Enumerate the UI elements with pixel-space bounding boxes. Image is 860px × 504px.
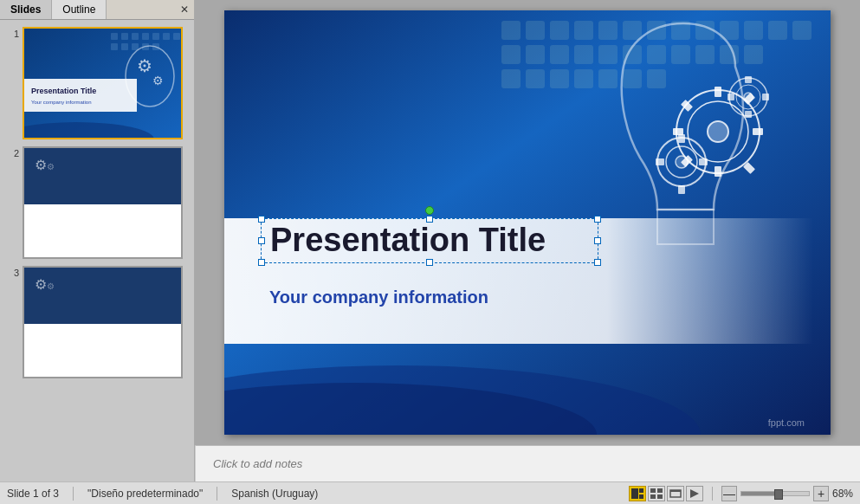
handle-ml[interactable]: [258, 237, 265, 244]
status-bar: Slide 1 of 3 "Diseño predeterminado" Spa…: [0, 481, 860, 504]
slide-thumb-container-1: 1: [3, 27, 191, 139]
svg-rect-92: [639, 494, 643, 499]
svg-text:⚙: ⚙: [35, 277, 47, 292]
svg-rect-4: [142, 33, 149, 40]
svg-text:Presentation Title: Presentation Title: [31, 87, 96, 95]
zoom-in-button[interactable]: +: [813, 486, 829, 501]
svg-rect-8: [111, 43, 118, 50]
svg-rect-94: [657, 488, 663, 493]
svg-point-66: [708, 121, 728, 142]
zoom-value: 68%: [832, 488, 853, 500]
svg-rect-32: [574, 21, 593, 40]
svg-rect-78: [678, 134, 685, 143]
svg-rect-2: [121, 33, 128, 40]
handle-tr[interactable]: [594, 216, 601, 223]
title-textbox[interactable]: Presentation Title: [261, 218, 598, 263]
rotation-handle[interactable]: [425, 206, 434, 215]
tab-outline[interactable]: Outline: [52, 0, 107, 19]
tab-slides[interactable]: Slides: [0, 0, 52, 19]
svg-rect-57: [598, 69, 618, 88]
status-divider-2: [217, 487, 217, 501]
slide-number-2: 2: [3, 146, 19, 158]
handle-br[interactable]: [594, 259, 601, 266]
svg-rect-59: [647, 69, 666, 88]
slides-panel: 1: [0, 20, 194, 481]
svg-rect-31: [550, 21, 569, 40]
svg-rect-69: [673, 128, 683, 135]
handle-bc[interactable]: [426, 259, 433, 266]
view-buttons: [629, 486, 703, 501]
zoom-out-button[interactable]: —: [721, 486, 737, 501]
svg-rect-88: [762, 94, 769, 100]
svg-rect-52: [744, 45, 763, 64]
svg-rect-80: [656, 158, 664, 165]
svg-point-84: [744, 93, 753, 101]
svg-rect-7: [173, 33, 180, 40]
slide-number-1: 1: [3, 27, 19, 39]
canvas-area: fppt.com: [195, 0, 860, 445]
svg-rect-5: [152, 33, 159, 40]
status-divider-zoom: [712, 487, 713, 501]
slide-thumb-container-3: 3 ⚙ ⚙: [3, 266, 191, 378]
sidebar: Slides Outline ✕ 1: [0, 0, 195, 481]
svg-rect-81: [699, 158, 708, 165]
main-area: Slides Outline ✕ 1: [0, 0, 860, 481]
svg-rect-1: [111, 33, 118, 40]
svg-rect-46: [598, 45, 618, 64]
slide-thumb-1[interactable]: ⚙ ⚙ Presentation Title Your company info…: [23, 27, 183, 139]
svg-rect-35: [647, 21, 666, 40]
svg-rect-58: [623, 69, 642, 88]
status-right: — + 68%: [629, 486, 853, 501]
handle-tc[interactable]: [426, 216, 433, 223]
svg-text:⚙: ⚙: [35, 158, 47, 172]
svg-rect-86: [745, 111, 752, 118]
sidebar-tabs: Slides Outline ✕: [0, 0, 194, 20]
svg-text:⚙: ⚙: [152, 74, 164, 87]
status-left: Slide 1 of 3 "Diseño predeterminado" Spa…: [7, 487, 318, 501]
svg-rect-87: [727, 94, 734, 100]
svg-rect-21: [24, 204, 183, 259]
svg-rect-3: [132, 33, 139, 40]
svg-rect-6: [163, 33, 170, 40]
slide-thumb-3[interactable]: ⚙ ⚙: [23, 266, 183, 378]
svg-rect-45: [574, 45, 593, 64]
zoom-controls: — + 68%: [721, 486, 853, 501]
svg-rect-93: [650, 488, 656, 493]
svg-rect-98: [670, 490, 681, 492]
sidebar-close-button[interactable]: ✕: [175, 0, 194, 19]
svg-rect-50: [695, 45, 715, 64]
svg-rect-33: [598, 21, 618, 40]
reading-view-button[interactable]: [667, 486, 684, 501]
handle-bl[interactable]: [258, 259, 265, 266]
app-container: Slides Outline ✕ 1: [0, 0, 860, 504]
language-indicator: Spanish (Uruguay): [231, 488, 318, 500]
svg-rect-40: [768, 21, 787, 40]
slide-number-3: 3: [3, 266, 19, 278]
handle-mr[interactable]: [594, 237, 601, 244]
handle-tl[interactable]: [258, 216, 265, 223]
theme-name: "Diseño predeterminado": [87, 488, 203, 500]
zoom-slider-thumb[interactable]: [774, 489, 783, 500]
svg-rect-34: [623, 21, 642, 40]
svg-rect-79: [678, 185, 685, 194]
status-divider-1: [73, 487, 74, 501]
svg-rect-54: [526, 69, 545, 88]
slide-sorter-button[interactable]: [648, 486, 665, 501]
slide-thumb-2[interactable]: ⚙ ⚙: [23, 146, 183, 259]
slide-subtitle: Your company information: [269, 288, 488, 307]
svg-rect-41: [792, 21, 812, 40]
notes-placeholder: Click to add notes: [213, 457, 302, 470]
slide-canvas[interactable]: fppt.com: [224, 10, 831, 435]
svg-rect-30: [526, 21, 545, 40]
svg-rect-53: [501, 69, 521, 88]
svg-rect-90: [631, 488, 638, 499]
slide-info: Slide 1 of 3: [7, 488, 59, 500]
svg-text:Your company information: Your company information: [31, 100, 91, 105]
notes-area[interactable]: Click to add notes: [195, 445, 860, 481]
svg-marker-99: [690, 489, 699, 498]
slideshow-button[interactable]: [686, 486, 703, 501]
svg-rect-91: [639, 488, 643, 493]
svg-rect-85: [745, 76, 752, 83]
normal-view-button[interactable]: [629, 486, 646, 501]
zoom-slider[interactable]: [740, 491, 810, 496]
